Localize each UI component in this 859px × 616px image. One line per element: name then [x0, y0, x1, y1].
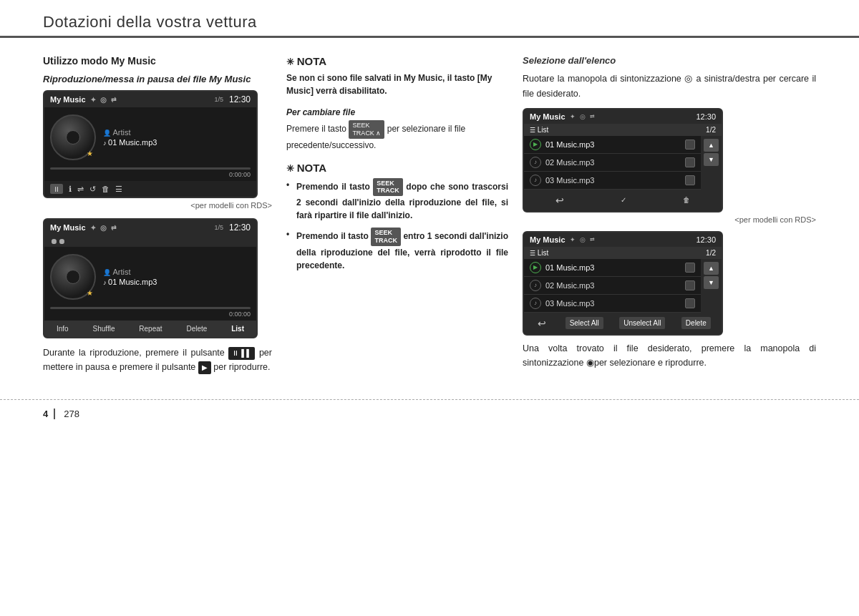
- del-btn1[interactable]: 🗑: [680, 195, 693, 205]
- play-inline-btn: ▶: [198, 361, 211, 374]
- progress-time1: 0:00:00: [50, 171, 251, 178]
- mymusic-label2: My Music: [50, 223, 86, 232]
- note1-strong: Se non ci sono file salvati in My Music,…: [286, 73, 492, 96]
- controls1: ⏸ ℹ ⇌ ↺ 🗑 ☰: [44, 181, 256, 197]
- play-icon-1: ▶: [530, 139, 541, 150]
- usb-icon2: ⇄: [111, 224, 117, 231]
- track-num1: 1/5: [214, 96, 223, 103]
- note2-box: NOTA Premendo il tasto SEEKTRACK dopo ch…: [286, 162, 508, 272]
- screen1: My Music ✦ ◎ ⇄ 1/5 12:30 ★ Artist 01 Mus…: [43, 90, 258, 198]
- bottom-right-text: Una volta trovato il file desiderato, pr…: [523, 341, 816, 371]
- screen2-title: My Music ✦ ◎ ⇄: [50, 223, 117, 232]
- bottom-t3: per riprodurre.: [213, 362, 270, 372]
- screen2-topbar: My Music ✦ ◎ ⇄ 1/5 12:30: [44, 220, 256, 235]
- list-page1: 1/2: [706, 126, 716, 134]
- pause-btn1[interactable]: ⏸: [50, 184, 63, 194]
- screen1-topbar: My Music ✦ ◎ ⇄ 1/5 12:30: [44, 92, 256, 107]
- play-icon-4: ▶: [530, 262, 541, 273]
- page-num: 278: [58, 409, 79, 419]
- check-6[interactable]: [685, 298, 695, 308]
- list-bt-icon2: ✦: [570, 236, 576, 243]
- list-label2: ☰ List: [530, 249, 548, 257]
- toolbar-repeat[interactable]: Repeat: [136, 323, 165, 334]
- info-icon1[interactable]: ℹ: [69, 185, 72, 194]
- note2-title: NOTA: [286, 162, 508, 174]
- list-icon1[interactable]: ☰: [115, 185, 122, 194]
- toolbar-list[interactable]: List: [228, 323, 247, 334]
- scroll-up2[interactable]: ▲: [704, 262, 719, 275]
- list-bottom1: ↩ ✓ 🗑: [524, 190, 722, 211]
- select-bar: ↩ Select All Unselect All Delete: [524, 313, 722, 334]
- list-item-6[interactable]: ♪ 03 Music.mp3: [524, 295, 701, 313]
- check-2[interactable]: [685, 157, 695, 167]
- check-4[interactable]: [685, 263, 695, 273]
- select-all-btn[interactable]: Select All: [566, 317, 603, 329]
- bullet-item-2: Premendo il tasto SEEKTRACK entro 1 seco…: [286, 228, 508, 272]
- seek-btn-2: SEEKTRACK: [371, 228, 401, 246]
- bullet-item-1: Premendo il tasto SEEKTRACK dopo che son…: [286, 178, 508, 223]
- delete-btn[interactable]: Delete: [681, 317, 711, 329]
- time2: 12:30: [229, 223, 251, 233]
- list-item-5[interactable]: ♪ 02 Music.mp3: [524, 277, 701, 295]
- artist1: Artist: [103, 128, 251, 137]
- music-icon-2: ♪: [530, 157, 541, 168]
- list-time1: 12:30: [696, 112, 716, 121]
- note2-bullets: Premendo il tasto SEEKTRACK dopo che son…: [286, 178, 508, 272]
- bt-icon2: ✦: [90, 224, 96, 232]
- list-label-text1: List: [538, 126, 549, 134]
- list-item-3[interactable]: ♪ 03 Music.mp3: [524, 172, 701, 190]
- scroll-down2[interactable]: ▼: [704, 276, 719, 289]
- shuffle-icon1[interactable]: ⇌: [77, 185, 84, 194]
- progress-time2: 0:00:00: [50, 311, 251, 318]
- item-text-4: 01 Music.mp3: [545, 263, 681, 272]
- track-name1: 01 Music.mp3: [103, 138, 251, 147]
- list-title1: My Music: [530, 112, 566, 121]
- note1-text: Se non ci sono file salvati in My Music,…: [286, 72, 508, 97]
- unselect-all-btn[interactable]: Unselect All: [619, 317, 665, 329]
- check-btn1[interactable]: ✓: [618, 195, 629, 205]
- repeat-icon1[interactable]: ↺: [89, 185, 96, 194]
- check-1[interactable]: [685, 140, 695, 150]
- list-item-2[interactable]: ♪ 02 Music.mp3: [524, 154, 701, 172]
- toolbar-info[interactable]: Info: [54, 323, 72, 334]
- player-area1: ★ Artist 01 Music.mp3: [44, 107, 256, 167]
- per-cambiare-title: Per cambiare file: [286, 107, 508, 117]
- radio-icon2: ◎: [100, 224, 107, 232]
- list-items2: ▶ 01 Music.mp3 ♪ 02 Music.mp3 ♪ 03 Music…: [524, 259, 701, 313]
- scroll-up1[interactable]: ▲: [704, 139, 719, 152]
- item-text-5: 02 Music.mp3: [545, 281, 681, 290]
- knob-icon2: ◉: [586, 357, 594, 368]
- progress-area2: 0:00:00: [44, 307, 256, 321]
- check-3[interactable]: [685, 175, 695, 185]
- section-subtitle: Riproduzione/messa in pausa dei file My …: [43, 74, 272, 84]
- main-content: Utilizzo modo My Music Riproduzione/mess…: [0, 38, 859, 392]
- delete-icon1[interactable]: 🗑: [102, 185, 110, 193]
- list-title2: My Music: [530, 235, 566, 244]
- progress-bg1: [50, 167, 251, 170]
- list-topbar2: My Music ✦ ◎ ⇄ 12:30: [524, 233, 722, 247]
- page-header: Dotazioni della vostra vettura: [0, 0, 859, 38]
- toolbar-shuffle[interactable]: Shuffle: [90, 323, 118, 334]
- scroll-down1[interactable]: ▼: [704, 153, 719, 166]
- list-usb-icon: ⇄: [590, 113, 595, 119]
- star-icon2: ★: [87, 289, 93, 297]
- check-5[interactable]: [685, 280, 695, 290]
- scroll-btns1: ▲ ▼: [701, 136, 722, 190]
- right-subtitle: Selezione dall'elenco: [523, 55, 816, 66]
- list-item-4[interactable]: ▶ 01 Music.mp3: [524, 259, 701, 277]
- note1-title: NOTA: [286, 55, 508, 67]
- back-btn1[interactable]: ↩: [553, 193, 567, 207]
- list-label1: ☰ List: [530, 126, 548, 134]
- bottom-text: Durante la riproduzione, premere il puls…: [43, 346, 272, 374]
- list-item-1[interactable]: ▶ 01 Music.mp3: [524, 136, 701, 154]
- back-btn2[interactable]: ↩: [535, 316, 549, 331]
- list-subbar1: ☰ List 1/2: [524, 124, 722, 136]
- section-title: Utilizzo modo My Music: [43, 55, 272, 67]
- record-icon: ⏺⏺: [50, 237, 66, 245]
- toolbar-delete[interactable]: Delete: [183, 323, 210, 334]
- track-num2: 1/5: [214, 224, 223, 231]
- track-info1: Artist 01 Music.mp3: [103, 128, 251, 147]
- per-cambiare-t1: Premere il tasto: [286, 124, 346, 134]
- item-text-2: 02 Music.mp3: [545, 158, 681, 167]
- artist2: Artist: [103, 268, 251, 276]
